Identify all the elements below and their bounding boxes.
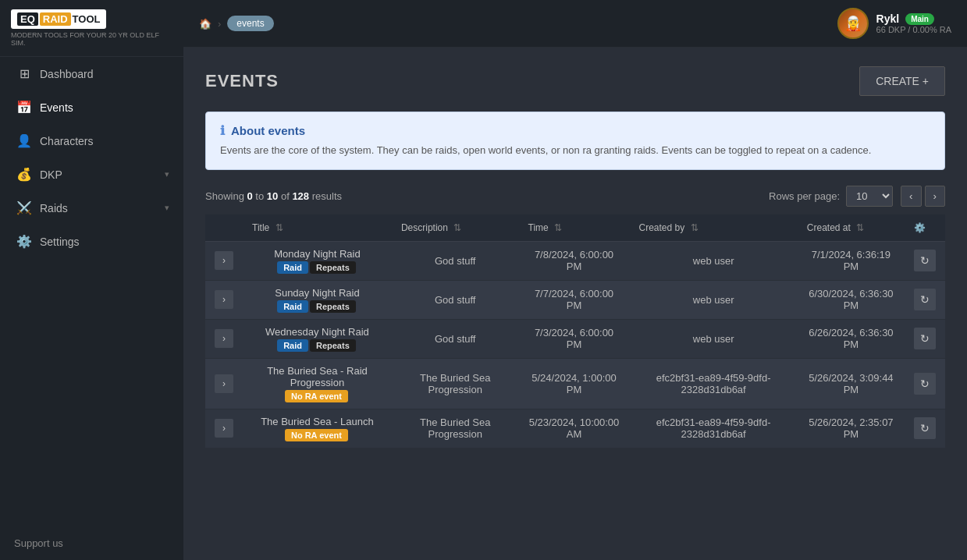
rows-per-page-select[interactable]: 10 25 50 100 xyxy=(846,186,893,207)
tag-raid: Raid xyxy=(277,300,308,313)
logo-raid-text: RAID xyxy=(40,12,71,26)
tag-repeats: Repeats xyxy=(310,261,356,274)
user-area: 🧝 Rykl Main 66 DKP / 0.00% RA xyxy=(837,8,951,39)
row-created-at: 5/26/2024, 2:35:07 PM xyxy=(798,409,905,448)
sidebar-item-raids[interactable]: ⚔️ Raids ▾ xyxy=(0,191,183,225)
sidebar-item-dkp-label: DKP xyxy=(40,168,62,181)
row-title-cell: Sunday Night RaidRaidRepeats xyxy=(243,280,392,319)
dashboard-icon: ⊞ xyxy=(16,66,32,81)
user-stats: 66 DKP / 0.00% RA xyxy=(876,25,951,34)
showing-total: 128 xyxy=(292,190,309,202)
sidebar-nav: ⊞ Dashboard 📅 Events 👤 Characters 💰 DKP … xyxy=(0,57,183,258)
row-created-by: web user xyxy=(629,241,797,280)
breadcrumb-separator: › xyxy=(218,18,221,30)
logo-area: EQ RAID TOOL MODERN TOOLS FOR YOUR 20 YR… xyxy=(0,0,183,57)
sidebar-item-settings-label: Settings xyxy=(40,236,80,248)
info-icon: ℹ xyxy=(220,123,225,138)
row-created-at: 6/26/2024, 6:36:30 PM xyxy=(798,319,905,358)
time-sort-icon: ⇅ xyxy=(554,222,562,233)
events-table: Title ⇅ Description ⇅ Time ⇅ Created by … xyxy=(205,214,945,448)
logo-box: EQ RAID TOOL xyxy=(11,9,106,29)
th-actions: ⚙️ xyxy=(905,214,945,242)
home-icon[interactable]: 🏠 xyxy=(199,18,212,30)
row-expand-button[interactable]: › xyxy=(215,329,233,348)
rows-per-page-control: Rows per page: 10 25 50 100 ▾ xyxy=(769,186,893,207)
row-title-text: Monday Night Raid xyxy=(252,248,382,260)
sidebar-item-settings[interactable]: ⚙️ Settings xyxy=(0,225,183,258)
characters-icon: 👤 xyxy=(16,133,32,148)
sidebar-item-events[interactable]: 📅 Events xyxy=(0,90,183,124)
sidebar-item-raids-label: Raids xyxy=(40,202,68,214)
table-header-row: Title ⇅ Description ⇅ Time ⇅ Created by … xyxy=(205,214,945,242)
page-title: EVENTS xyxy=(205,71,279,91)
row-title-text: The Buried Sea - Launch xyxy=(252,416,382,427)
row-time: 5/24/2024, 1:00:00 PM xyxy=(519,358,630,409)
user-info: Rykl Main 66 DKP / 0.00% RA xyxy=(876,12,951,34)
pagination-buttons: ‹ › xyxy=(901,186,945,207)
row-created-by: efc2bf31-ea89-4f59-9dfd-2328d31db6af xyxy=(629,358,797,409)
table-row: ›The Buried Sea - Raid ProgressionNo RA … xyxy=(205,358,945,409)
settings-col-icon: ⚙️ xyxy=(914,222,926,233)
row-created-by: web user xyxy=(629,280,797,319)
raids-chevron-icon: ▾ xyxy=(165,203,169,213)
sidebar-item-dkp[interactable]: 💰 DKP ▾ xyxy=(0,158,183,191)
row-refresh-button[interactable]: ↻ xyxy=(914,373,936,395)
info-title-text: About events xyxy=(231,124,305,137)
tag-nora: No RA event xyxy=(285,429,348,441)
row-time: 7/7/2024, 6:00:00 PM xyxy=(519,280,630,319)
th-description[interactable]: Description ⇅ xyxy=(392,214,519,242)
row-expand-button[interactable]: › xyxy=(215,374,233,393)
tag-repeats: Repeats xyxy=(310,339,356,352)
settings-icon: ⚙️ xyxy=(16,234,32,249)
th-created-at[interactable]: Created at ⇅ xyxy=(798,214,905,242)
th-time[interactable]: Time ⇅ xyxy=(519,214,630,242)
prev-page-button[interactable]: ‹ xyxy=(901,186,921,207)
row-expand-button[interactable]: › xyxy=(215,251,233,270)
row-description: God stuff xyxy=(392,280,519,319)
th-title[interactable]: Title ⇅ xyxy=(243,214,392,242)
sidebar-item-characters[interactable]: 👤 Characters xyxy=(0,124,183,158)
sidebar-item-dashboard-label: Dashboard xyxy=(40,68,94,80)
table-body: ›Monday Night RaidRaidRepeatsGod stuff7/… xyxy=(205,241,945,448)
sidebar-item-characters-label: Characters xyxy=(40,135,93,147)
breadcrumb: 🏠 › events xyxy=(199,16,274,31)
dkp-icon: 💰 xyxy=(16,167,32,182)
info-title: ℹ About events xyxy=(220,123,930,138)
tag-nora: No RA event xyxy=(285,390,348,402)
row-title-cell: Wednesday Night RaidRaidRepeats xyxy=(243,319,392,358)
created-by-sort-icon: ⇅ xyxy=(691,222,699,233)
events-icon: 📅 xyxy=(16,100,32,115)
logo-tool-text: TOOL xyxy=(73,13,101,25)
row-description: God stuff xyxy=(392,319,519,358)
table-row: ›Sunday Night RaidRaidRepeatsGod stuff7/… xyxy=(205,280,945,319)
table-row: ›Wednesday Night RaidRaidRepeatsGod stuf… xyxy=(205,319,945,358)
row-title-text: Wednesday Night Raid xyxy=(252,326,382,338)
sidebar: EQ RAID TOOL MODERN TOOLS FOR YOUR 20 YR… xyxy=(0,0,183,560)
row-created-by: web user xyxy=(629,319,797,358)
row-title-cell: Monday Night RaidRaidRepeats xyxy=(243,241,392,280)
sidebar-item-dashboard[interactable]: ⊞ Dashboard xyxy=(0,57,183,90)
create-button[interactable]: CREATE + xyxy=(859,66,945,96)
logo-eq-text: EQ xyxy=(17,12,38,26)
row-expand-button[interactable]: › xyxy=(215,290,233,309)
row-created-at: 6/30/2024, 6:36:30 PM xyxy=(798,280,905,319)
topbar: 🏠 › events 🧝 Rykl Main 66 DKP / 0.00% RA xyxy=(183,0,967,48)
row-title-text: Sunday Night Raid xyxy=(252,287,382,299)
support-us-link[interactable]: Support us xyxy=(0,526,183,560)
main-area: 🏠 › events 🧝 Rykl Main 66 DKP / 0.00% RA… xyxy=(183,0,967,560)
title-sort-icon: ⇅ xyxy=(276,222,283,233)
row-refresh-button[interactable]: ↻ xyxy=(914,417,936,439)
row-time: 7/8/2024, 6:00:00 PM xyxy=(519,241,630,280)
row-description: God stuff xyxy=(392,241,519,280)
rows-per-page-label: Rows per page: xyxy=(769,190,840,202)
table-controls: Showing 0 to 10 of 128 results Rows per … xyxy=(205,186,945,207)
raids-icon: ⚔️ xyxy=(16,200,32,215)
row-refresh-button[interactable]: ↻ xyxy=(914,289,936,310)
row-title-cell: The Buried Sea - LaunchNo RA event xyxy=(243,409,392,448)
row-refresh-button[interactable]: ↻ xyxy=(914,250,936,271)
tag-raid: Raid xyxy=(277,339,308,352)
row-refresh-button[interactable]: ↻ xyxy=(914,328,936,349)
next-page-button[interactable]: › xyxy=(925,186,945,207)
th-created-by[interactable]: Created by ⇅ xyxy=(629,214,797,242)
row-expand-button[interactable]: › xyxy=(215,419,233,438)
